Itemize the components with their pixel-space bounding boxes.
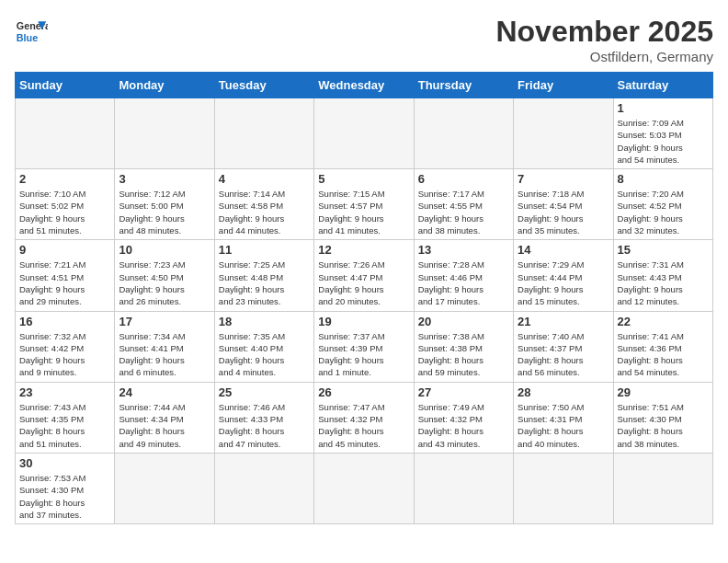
calendar-week-row: 9Sunrise: 7:21 AM Sunset: 4:51 PM Daylig… [16,240,713,311]
calendar-cell: 9Sunrise: 7:21 AM Sunset: 4:51 PM Daylig… [16,240,115,311]
logo-icon: General Blue [15,15,48,48]
day-number: 18 [219,315,310,328]
location-subtitle: Ostfildern, Germany [495,49,713,64]
day-number: 2 [19,172,110,186]
day-number: 14 [518,243,609,257]
calendar-cell: 19Sunrise: 7:37 AM Sunset: 4:39 PM Dayli… [314,311,414,382]
calendar-cell: 3Sunrise: 7:12 AM Sunset: 5:00 PM Daylig… [115,169,214,240]
calendar-header-row: Sunday Monday Tuesday Wednesday Thursday… [16,73,713,98]
calendar-cell: 27Sunrise: 7:49 AM Sunset: 4:32 PM Dayli… [414,382,513,453]
calendar-cell: 4Sunrise: 7:14 AM Sunset: 4:58 PM Daylig… [214,169,313,240]
day-number: 9 [19,243,110,257]
calendar-cell: 11Sunrise: 7:25 AM Sunset: 4:48 PM Dayli… [214,240,313,311]
calendar-cell: 16Sunrise: 7:32 AM Sunset: 4:42 PM Dayli… [16,311,115,382]
day-number: 6 [418,172,509,186]
day-number: 20 [418,315,509,328]
day-info: Sunrise: 7:26 AM Sunset: 4:47 PM Dayligh… [318,259,409,307]
day-number: 17 [119,315,210,328]
day-number: 7 [518,172,609,186]
day-info: Sunrise: 7:31 AM Sunset: 4:43 PM Dayligh… [618,259,709,307]
day-info: Sunrise: 7:10 AM Sunset: 5:02 PM Dayligh… [19,188,110,236]
calendar-cell: 6Sunrise: 7:17 AM Sunset: 4:55 PM Daylig… [414,169,513,240]
day-info: Sunrise: 7:21 AM Sunset: 4:51 PM Dayligh… [19,259,110,307]
day-info: Sunrise: 7:17 AM Sunset: 4:55 PM Dayligh… [418,188,509,236]
day-number: 26 [318,385,409,399]
calendar-cell: 21Sunrise: 7:40 AM Sunset: 4:37 PM Dayli… [514,311,613,382]
calendar-cell: 14Sunrise: 7:29 AM Sunset: 4:44 PM Dayli… [514,240,613,311]
calendar-cell: 15Sunrise: 7:31 AM Sunset: 4:43 PM Dayli… [613,240,712,311]
calendar-week-row: 2Sunrise: 7:10 AM Sunset: 5:02 PM Daylig… [16,169,713,240]
day-info: Sunrise: 7:23 AM Sunset: 4:50 PM Dayligh… [119,259,210,307]
calendar-cell: 8Sunrise: 7:20 AM Sunset: 4:52 PM Daylig… [613,169,712,240]
day-info: Sunrise: 7:41 AM Sunset: 4:36 PM Dayligh… [618,330,709,379]
day-info: Sunrise: 7:32 AM Sunset: 4:42 PM Dayligh… [19,330,110,379]
day-info: Sunrise: 7:25 AM Sunset: 4:48 PM Dayligh… [219,259,310,307]
month-year-title: November 2025 [495,15,713,49]
calendar-cell: 17Sunrise: 7:34 AM Sunset: 4:41 PM Dayli… [115,311,214,382]
day-number: 11 [219,243,310,257]
calendar-cell: 2Sunrise: 7:10 AM Sunset: 5:02 PM Daylig… [16,169,115,240]
header-friday: Friday [514,73,613,98]
calendar-cell: 18Sunrise: 7:35 AM Sunset: 4:40 PM Dayli… [214,311,313,382]
calendar-cell: 22Sunrise: 7:41 AM Sunset: 4:36 PM Dayli… [613,311,712,382]
header-thursday: Thursday [414,73,513,98]
calendar-cell [314,453,414,523]
day-info: Sunrise: 7:18 AM Sunset: 4:54 PM Dayligh… [518,188,609,236]
calendar-cell: 28Sunrise: 7:50 AM Sunset: 4:31 PM Dayli… [514,382,613,453]
calendar-table: Sunday Monday Tuesday Wednesday Thursday… [15,72,713,524]
calendar-cell: 26Sunrise: 7:47 AM Sunset: 4:32 PM Dayli… [314,382,414,453]
day-info: Sunrise: 7:15 AM Sunset: 4:57 PM Dayligh… [318,188,409,236]
header-monday: Monday [115,73,214,98]
calendar-week-row: 30Sunrise: 7:53 AM Sunset: 4:30 PM Dayli… [16,453,713,523]
calendar-cell: 30Sunrise: 7:53 AM Sunset: 4:30 PM Dayli… [16,453,115,523]
day-number: 4 [219,172,310,186]
day-info: Sunrise: 7:12 AM Sunset: 5:00 PM Dayligh… [119,188,210,236]
day-info: Sunrise: 7:50 AM Sunset: 4:31 PM Dayligh… [518,401,609,450]
day-number: 16 [19,315,110,328]
day-number: 10 [119,243,210,257]
day-number: 15 [618,243,709,257]
day-info: Sunrise: 7:43 AM Sunset: 4:35 PM Dayligh… [19,401,110,450]
day-number: 29 [618,385,709,399]
day-info: Sunrise: 7:46 AM Sunset: 4:33 PM Dayligh… [219,401,310,450]
calendar-week-row: 23Sunrise: 7:43 AM Sunset: 4:35 PM Dayli… [16,382,713,453]
day-info: Sunrise: 7:53 AM Sunset: 4:30 PM Dayligh… [19,472,110,521]
header-tuesday: Tuesday [214,73,313,98]
calendar-cell: 10Sunrise: 7:23 AM Sunset: 4:50 PM Dayli… [115,240,214,311]
calendar-cell [613,453,712,523]
calendar-cell: 7Sunrise: 7:18 AM Sunset: 4:54 PM Daylig… [514,169,613,240]
calendar-cell: 1Sunrise: 7:09 AM Sunset: 5:03 PM Daylig… [613,98,712,169]
calendar-week-row: 1Sunrise: 7:09 AM Sunset: 5:03 PM Daylig… [16,98,713,169]
calendar-cell [414,98,513,169]
calendar-cell: 29Sunrise: 7:51 AM Sunset: 4:30 PM Dayli… [613,382,712,453]
day-info: Sunrise: 7:34 AM Sunset: 4:41 PM Dayligh… [119,330,210,379]
day-number: 30 [19,456,110,470]
calendar-cell [16,98,115,169]
day-number: 12 [318,243,409,257]
day-number: 23 [19,385,110,399]
calendar-cell [514,453,613,523]
calendar-cell [115,453,214,523]
day-number: 19 [318,315,409,328]
day-info: Sunrise: 7:44 AM Sunset: 4:34 PM Dayligh… [119,401,210,450]
day-info: Sunrise: 7:49 AM Sunset: 4:32 PM Dayligh… [418,401,509,450]
day-info: Sunrise: 7:14 AM Sunset: 4:58 PM Dayligh… [219,188,310,236]
day-number: 27 [418,385,509,399]
calendar-cell: 20Sunrise: 7:38 AM Sunset: 4:38 PM Dayli… [414,311,513,382]
day-info: Sunrise: 7:29 AM Sunset: 4:44 PM Dayligh… [518,259,609,307]
calendar-cell [414,453,513,523]
calendar-week-row: 16Sunrise: 7:32 AM Sunset: 4:42 PM Dayli… [16,311,713,382]
day-number: 8 [618,172,709,186]
day-number: 22 [618,315,709,328]
calendar-cell [214,98,313,169]
header-sunday: Sunday [16,73,115,98]
day-info: Sunrise: 7:20 AM Sunset: 4:52 PM Dayligh… [618,188,709,236]
day-number: 21 [518,315,609,328]
day-number: 13 [418,243,509,257]
calendar-cell: 24Sunrise: 7:44 AM Sunset: 4:34 PM Dayli… [115,382,214,453]
calendar-cell [115,98,214,169]
day-info: Sunrise: 7:40 AM Sunset: 4:37 PM Dayligh… [518,330,609,379]
title-area: November 2025 Ostfildern, Germany [495,15,713,64]
day-info: Sunrise: 7:38 AM Sunset: 4:38 PM Dayligh… [418,330,509,379]
day-number: 5 [318,172,409,186]
